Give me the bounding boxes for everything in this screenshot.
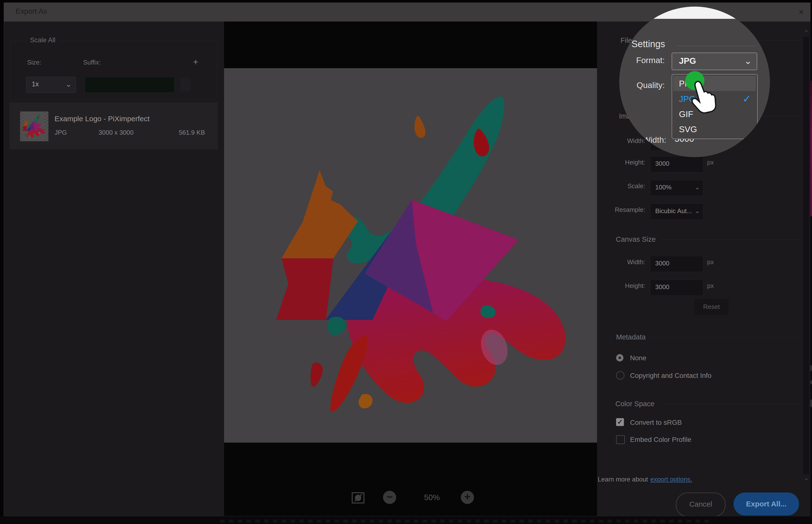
image-width-label: Width: [587, 137, 645, 146]
chevron-down-icon: ⌄ [695, 207, 700, 215]
resample-value: Bicubic Aut... [655, 207, 694, 215]
scale-size-dropdown[interactable]: 1x ⌄ [26, 77, 76, 93]
learn-more-row: Learn more aboutexport options. [598, 476, 692, 483]
scale-label: Scale: [587, 182, 645, 191]
magnified-format-label: Format: [619, 55, 665, 65]
export-all-button[interactable]: Export All... [733, 492, 799, 515]
canvas-width-value: 3000 [655, 260, 669, 267]
chevron-down-icon: ⌄ [744, 55, 752, 66]
reset-button[interactable]: Reset [694, 299, 729, 315]
canvas-height-unit: px [707, 282, 714, 290]
metadata-none-radio[interactable] [616, 354, 623, 361]
canvas-height-input[interactable]: 3000 [650, 280, 703, 296]
size-label: Size: [27, 59, 41, 66]
thumbnail-logo [22, 114, 46, 139]
canvas-width-label: Width: [587, 258, 645, 267]
scale-dropdown[interactable]: 100% ⌄ [650, 180, 703, 196]
scroll-up-icon[interactable]: ⌃ [803, 29, 810, 37]
fit-view-button[interactable] [351, 491, 365, 505]
canvas-width-input[interactable]: 3000 [650, 256, 703, 272]
background-app-fragment [810, 365, 812, 371]
learn-more-text: Learn more about [598, 476, 648, 483]
canvas-height-value: 3000 [655, 283, 669, 291]
canvas-height-label: Height: [587, 282, 645, 291]
magnified-settings-header: Settings [632, 39, 665, 49]
cancel-button[interactable]: Cancel [676, 492, 726, 517]
magnified-quality-label: Quality: [619, 80, 665, 90]
panel-scrollbar[interactable] [803, 37, 809, 474]
scale-size-value: 1x [32, 80, 39, 88]
file-dimensions: 3000 x 3000 [99, 129, 133, 136]
hand-cursor-icon [689, 79, 718, 115]
zoom-level[interactable]: 50% [417, 491, 447, 504]
scroll-down-icon[interactable]: ⌄ [803, 474, 810, 482]
chevron-down-icon: ⌄ [66, 80, 71, 88]
background-status-bar [0, 516, 812, 524]
file-name: Example Logo - PiXimperfect [54, 115, 150, 123]
zoom-in-button[interactable]: + [461, 491, 474, 504]
close-icon[interactable]: × [794, 6, 809, 18]
file-size: 561.9 KB [179, 129, 205, 136]
suffix-input[interactable] [85, 77, 175, 93]
menu-item-svg[interactable]: SVG [673, 122, 756, 137]
convert-srgb-checkbox[interactable]: ✓ [616, 418, 624, 426]
metadata-header: Metadata [616, 333, 646, 341]
preview-canvas [224, 68, 597, 443]
background-app-edge [810, 21, 812, 524]
background-app-fragment [810, 399, 812, 407]
divider [662, 239, 800, 240]
preview-image [224, 68, 597, 443]
convert-srgb-label[interactable]: Convert to sRGB [630, 419, 682, 426]
background-status-text [220, 520, 709, 523]
metadata-copyright-label[interactable]: Copyright and Contact Info [630, 372, 712, 379]
scale-value: 100% [655, 183, 672, 191]
background-app-color-strip [810, 81, 812, 216]
scale-all-header: Scale All [27, 36, 59, 44]
image-height-label: Height: [587, 159, 645, 167]
image-height-value: 3000 [655, 160, 669, 167]
divider [676, 46, 757, 46]
resample-label: Resample: [587, 206, 645, 215]
add-scale-button[interactable]: + [190, 57, 201, 67]
image-height-unit: px [707, 159, 714, 166]
magnifier-bubble: Settings Format: JPG ⌄ Quality: PNG JPG … [619, 6, 770, 157]
dialog-title: Export As [16, 7, 47, 15]
metadata-none-label[interactable]: None [630, 354, 647, 362]
embed-profile-checkbox[interactable] [616, 435, 625, 444]
suffix-label: Suffix: [83, 59, 101, 66]
delete-scale-button[interactable] [180, 78, 191, 91]
background-app-fragment [810, 380, 812, 384]
file-thumbnail [20, 112, 48, 141]
export-options-link[interactable]: export options. [650, 476, 692, 483]
chevron-down-icon: ⌄ [695, 183, 700, 191]
embed-profile-label[interactable]: Embed Color Profile [630, 436, 691, 444]
magnified-format-value: JPG [679, 56, 696, 66]
canvas-width-unit: px [707, 258, 714, 266]
metadata-copyright-radio[interactable] [616, 371, 624, 379]
image-height-input[interactable]: 3000 [650, 156, 703, 172]
color-space-header: Color Space [615, 400, 654, 408]
canvas-size-header: Canvas Size [616, 235, 656, 243]
resample-dropdown[interactable]: Bicubic Aut... ⌄ [650, 203, 703, 220]
magnified-format-dropdown[interactable]: JPG ⌄ [672, 52, 757, 70]
preview-area: − 50% + [224, 21, 597, 516]
zoom-out-button[interactable]: − [383, 491, 396, 504]
export-file-list-item[interactable]: Example Logo - PiXimperfect JPG 3000 x 3… [10, 102, 218, 149]
check-icon: ✓ [743, 92, 751, 106]
file-format: JPG [54, 129, 67, 136]
